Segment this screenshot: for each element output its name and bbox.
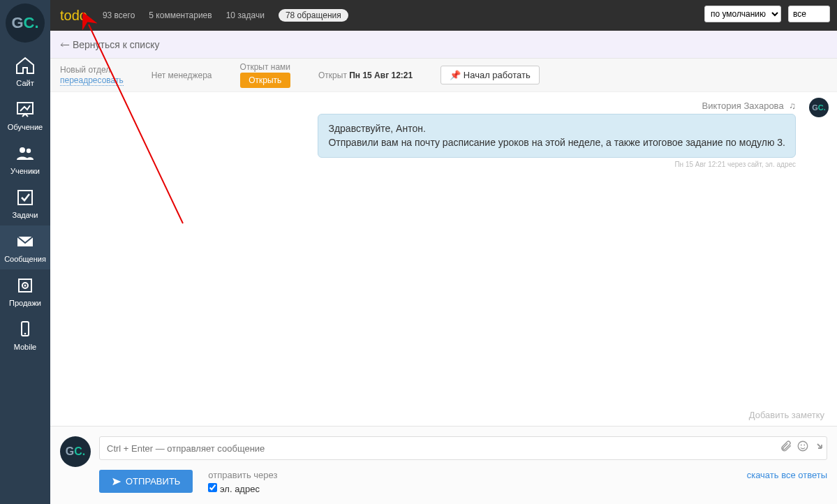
manager-col: Нет менеджера (151, 71, 212, 80)
sidebar-item-label: Сайт (16, 79, 34, 87)
email-channel[interactable]: эл. адрес (208, 483, 277, 494)
info-row: Новый отдел переадресовать Нет менеджера… (50, 59, 837, 92)
svg-point-12 (803, 445, 805, 446)
sidebar-item-label: Ученики (10, 167, 40, 175)
sidebar-item-site[interactable]: Сайт (0, 50, 50, 94)
mail-icon (15, 232, 36, 251)
no-manager-label: Нет менеджера (151, 71, 212, 80)
svg-point-1 (20, 147, 25, 153)
attach-icon[interactable] (780, 440, 792, 454)
download-all-link[interactable]: скачать все ответы (747, 470, 827, 480)
add-note-link[interactable]: Добавить заметку (749, 410, 824, 420)
sidebar-item-students[interactable]: Ученики (0, 138, 50, 181)
dept-label: Новый отдел (60, 65, 124, 75)
msg-line: Отправили вам на почту расписание уроков… (328, 135, 785, 149)
send-via: отправить через эл. адрес (208, 470, 277, 494)
filter-appeals-badge[interactable]: 78 обращения (279, 9, 348, 22)
expand-icon[interactable] (813, 440, 823, 454)
svg-point-11 (801, 445, 802, 446)
users-icon (15, 144, 36, 163)
message-bubble: Здравствуйте, Антон. Отправили вам на по… (318, 114, 796, 158)
main: todo 93 всего 5 комментариев 10 задачи 7… (50, 0, 837, 504)
conversation: Виктория Захарова ♫ GC. Здравствуйте, Ан… (50, 92, 837, 426)
redirect-link[interactable]: переадресовать (60, 75, 124, 86)
send-icon (112, 477, 121, 487)
sidebar-item-sales[interactable]: Продажи (0, 269, 50, 313)
phone-icon (15, 320, 36, 339)
emoji-icon[interactable] (797, 440, 809, 454)
sidebar-item-label: Mobile (14, 343, 36, 351)
sidebar-item-learning[interactable]: Обучение (0, 94, 50, 138)
todo-title: todo (60, 8, 87, 24)
back-link[interactable]: 🡐 Вернуться к списку (60, 39, 159, 50)
message-meta: Пн 15 Авг 12:21 через сайт, эл. адрес (60, 161, 796, 168)
self-avatar: GC. (60, 436, 91, 467)
back-row: 🡐 Вернуться к списку (50, 31, 837, 59)
filter-total[interactable]: 93 всего (103, 10, 135, 20)
sidebar-item-label: Задачи (13, 211, 38, 219)
svg-rect-3 (18, 191, 32, 205)
msg-line: Здравствуйте, Антон. (328, 121, 785, 135)
gear-box-icon (15, 276, 36, 295)
topbar: todo 93 всего 5 комментариев 10 задачи 7… (50, 0, 837, 31)
sidebar-item-label: Сообщения (4, 255, 46, 263)
filter-comments[interactable]: 5 комментариев (149, 10, 212, 20)
svg-point-9 (24, 333, 27, 335)
sidebar-item-mobile[interactable]: Mobile (0, 313, 50, 357)
music-icon: ♫ (789, 101, 796, 111)
started-work-button[interactable]: 📌 Начал работать (440, 66, 540, 84)
open-button[interactable]: Открыть (240, 73, 290, 88)
filter-input[interactable] (788, 6, 830, 22)
sidebar-item-label: Продажи (9, 299, 41, 307)
opened-time: Открыт Пн 15 Авг 12:21 (318, 71, 413, 80)
author-name: Виктория Захарова (702, 101, 784, 111)
svg-point-7 (24, 285, 27, 287)
sidebar-item-messages[interactable]: Сообщения (0, 225, 50, 269)
home-icon (15, 57, 36, 75)
open-col: Открыт нами Открыть (240, 62, 290, 88)
sidebar: GC. Сайт Обучение Ученики Задачи Сообщен… (0, 0, 50, 504)
arrow-left-icon: 🡐 (60, 39, 73, 50)
email-checkbox[interactable] (208, 483, 217, 492)
sidebar-item-label: Обучение (8, 123, 43, 131)
dept-col: Новый отдел переадресовать (60, 65, 124, 86)
author-avatar[interactable]: GC. (809, 98, 829, 117)
check-icon (15, 188, 36, 207)
svg-point-10 (798, 441, 808, 451)
svg-point-2 (27, 149, 31, 153)
author-line: Виктория Захарова ♫ (60, 101, 796, 111)
filter-tasks[interactable]: 10 задачи (226, 10, 265, 20)
pin-icon: 📌 (450, 70, 461, 80)
send-button[interactable]: ОТПРАВИТЬ (99, 470, 193, 493)
opened-by-label: Открыт нами (240, 62, 290, 72)
sort-select[interactable]: по умолчанию (704, 6, 781, 22)
message-input[interactable] (99, 436, 827, 460)
logo[interactable]: GC. (6, 3, 45, 43)
board-icon (15, 101, 36, 119)
composer: GC. ОТПРАВИТ (50, 426, 837, 504)
send-via-label: отправить через (208, 470, 277, 480)
sidebar-item-tasks[interactable]: Задачи (0, 181, 50, 225)
